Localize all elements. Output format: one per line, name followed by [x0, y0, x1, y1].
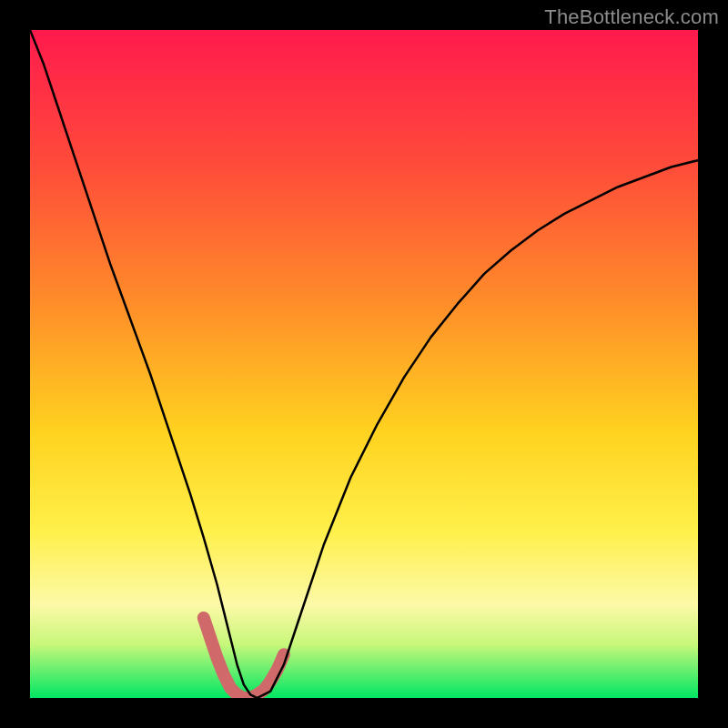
chart-frame: TheBottleneck.com	[0, 0, 728, 728]
plot-area	[30, 30, 698, 698]
bottleneck-curve	[30, 30, 698, 698]
curve-layer	[30, 30, 698, 698]
watermark-text: TheBottleneck.com	[544, 5, 719, 29]
